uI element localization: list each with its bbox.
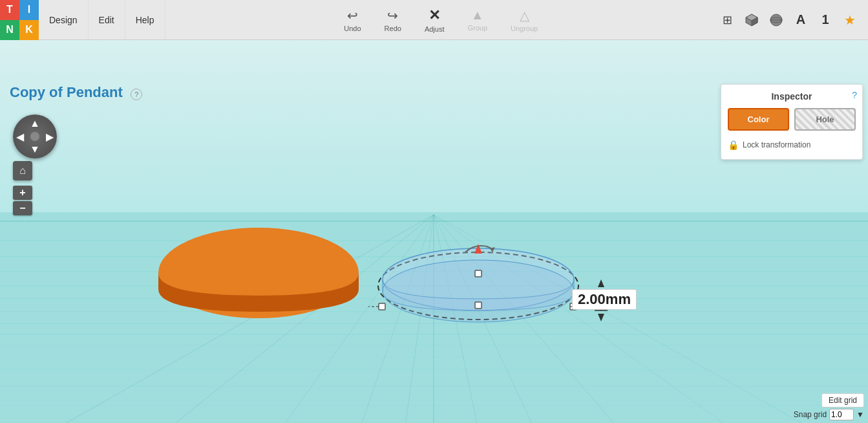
logo-i: I bbox=[19, 0, 39, 20]
bottom-right-controls: Edit grid Snap grid ▼ bbox=[790, 391, 868, 423]
sphere-view-button[interactable] bbox=[766, 10, 787, 30]
color-button[interactable]: Color bbox=[728, 108, 789, 131]
project-title[interactable]: Copy of Pendant bbox=[10, 84, 123, 100]
cube-icon bbox=[745, 13, 759, 27]
logo-n: N bbox=[0, 20, 19, 40]
compass-up-arrow: ▲ bbox=[30, 118, 40, 129]
viewport[interactable]: 2.00mm Inspector ? Color Hole 🔒 Lock tra… bbox=[0, 40, 868, 423]
zoom-controls: + − bbox=[13, 186, 57, 215]
nav-edit[interactable]: Edit bbox=[89, 0, 125, 39]
toolbar-center: ↩ Undo ↪ Redo ✕ Adjust ▲ Group △ Ungroup bbox=[165, 5, 717, 36]
handle-left bbox=[379, 303, 385, 310]
home-view-button[interactable]: ⌂ bbox=[13, 161, 32, 180]
inspector-title: Inspector bbox=[728, 91, 856, 102]
dimension-unit: mm bbox=[606, 291, 631, 307]
dimension-label: 2.00mm bbox=[572, 289, 637, 310]
hole-pattern bbox=[796, 109, 854, 129]
adjust-icon: ✕ bbox=[429, 7, 440, 24]
undo-icon: ↩ bbox=[347, 8, 358, 23]
group-button[interactable]: ▲ Group bbox=[458, 5, 496, 34]
snap-grid-dropdown-icon[interactable]: ▼ bbox=[856, 410, 864, 419]
compass-arrows: ▲ ▼ ◀ ▶ bbox=[13, 114, 57, 158]
ungroup-label: Ungroup bbox=[511, 25, 538, 32]
compass-center bbox=[30, 132, 39, 141]
nav-design[interactable]: Design bbox=[39, 0, 89, 39]
inspector-panel: Inspector ? Color Hole 🔒 Lock transforma… bbox=[721, 84, 863, 160]
handle-top bbox=[475, 270, 482, 277]
zoom-out-button[interactable]: − bbox=[13, 201, 32, 215]
zoom-in-button[interactable]: + bbox=[13, 186, 32, 200]
hole-button[interactable]: Hole bbox=[794, 108, 856, 131]
group-label: Group bbox=[467, 24, 487, 32]
toolbar: T I N K Design Edit Help ↩ Undo ↪ Redo ✕… bbox=[0, 0, 868, 40]
logo-t: T bbox=[0, 0, 19, 20]
lock-label: Lock transformation bbox=[743, 140, 810, 149]
project-help-badge[interactable]: ? bbox=[131, 89, 142, 100]
redo-icon: ↪ bbox=[387, 8, 398, 23]
inspector-buttons: Color Hole bbox=[728, 108, 856, 131]
undo-button[interactable]: ↩ Undo bbox=[335, 5, 370, 35]
ungroup-icon: △ bbox=[520, 8, 529, 23]
sphere-icon bbox=[769, 13, 783, 27]
compass-control[interactable]: ▲ ▼ ◀ ▶ ⌂ + − bbox=[13, 114, 57, 215]
project-area: Copy of Pendant ? bbox=[10, 84, 142, 101]
undo-label: Undo bbox=[344, 25, 361, 32]
compass-right-arrow: ▶ bbox=[46, 131, 54, 143]
compass-left-arrow: ◀ bbox=[16, 131, 24, 143]
nav-help[interactable]: Help bbox=[125, 0, 165, 39]
nav-menu: Design Edit Help bbox=[39, 0, 165, 39]
snap-grid-label: Snap grid bbox=[794, 410, 827, 419]
handle-bottom bbox=[475, 302, 482, 309]
dim-arrow-up bbox=[598, 279, 604, 287]
adjust-label: Adjust bbox=[425, 25, 445, 33]
redo-button[interactable]: ↪ Redo bbox=[376, 5, 410, 35]
dimension-value: 2.00 bbox=[578, 291, 606, 307]
blue-bottom-ellipse bbox=[383, 260, 574, 322]
logo-k: K bbox=[19, 20, 39, 40]
lock-transformation[interactable]: 🔒 Lock transformation bbox=[728, 137, 856, 153]
edit-grid-button[interactable]: Edit grid bbox=[821, 393, 864, 407]
group-icon: ▲ bbox=[471, 8, 484, 23]
redo-label: Redo bbox=[385, 25, 401, 32]
grid-view-button[interactable]: ⊞ bbox=[717, 10, 737, 30]
dim-arrow-down bbox=[598, 314, 604, 321]
snap-grid-input[interactable] bbox=[829, 409, 854, 420]
snap-grid-row: Snap grid ▼ bbox=[794, 409, 864, 420]
text-view-button[interactable]: A bbox=[790, 10, 811, 30]
compass-wheel[interactable]: ▲ ▼ ◀ ▶ bbox=[13, 114, 57, 158]
ungroup-button[interactable]: △ Ungroup bbox=[502, 5, 547, 35]
star-button[interactable]: ★ bbox=[840, 10, 860, 30]
adjust-button[interactable]: ✕ Adjust bbox=[416, 5, 454, 36]
compass-down-arrow: ▼ bbox=[30, 144, 40, 155]
cube-view-button[interactable] bbox=[741, 10, 762, 30]
toolbar-right: ⊞ A 1 ★ bbox=[717, 10, 868, 30]
home-icon: ⌂ bbox=[19, 165, 26, 177]
tinkercad-logo[interactable]: T I N K bbox=[0, 0, 39, 40]
inspector-help-icon[interactable]: ? bbox=[852, 90, 857, 100]
lock-icon: 🔒 bbox=[728, 140, 739, 150]
number-view-button[interactable]: 1 bbox=[815, 10, 836, 30]
